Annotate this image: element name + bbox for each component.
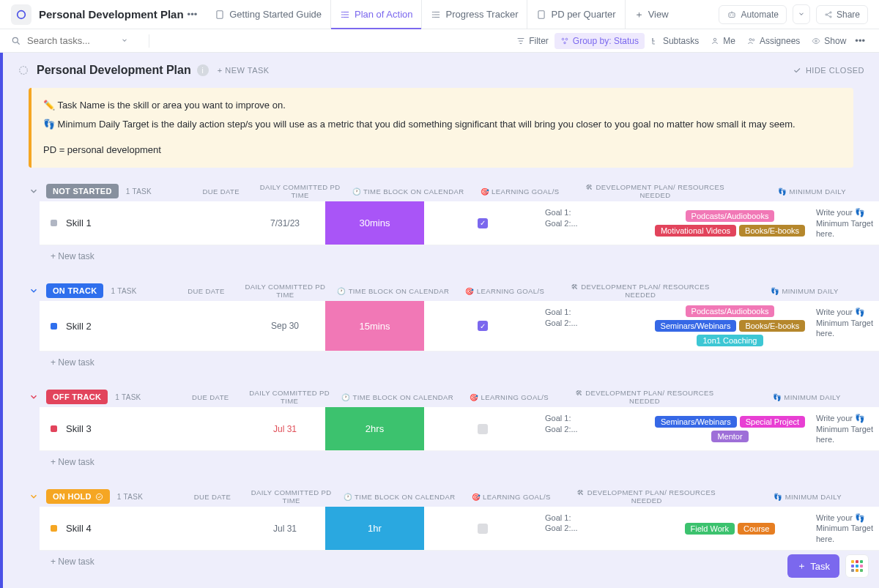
status-pill[interactable]: ON HOLD bbox=[46, 489, 110, 504]
calendar-cell[interactable] bbox=[424, 407, 541, 450]
group-collapse-chevron[interactable] bbox=[29, 491, 40, 502]
resource-tag[interactable]: Books/E-books bbox=[739, 225, 805, 237]
plan-cell[interactable]: Podcasts/AudiobooksSeminars/WebinarsBook… bbox=[648, 301, 812, 351]
col-header-calendar[interactable]: 🕐 TIME BLOCK ON CALENDAR bbox=[349, 183, 467, 199]
status-pill[interactable]: ON TRACK bbox=[46, 283, 103, 298]
toolbar-more[interactable]: ••• bbox=[852, 32, 868, 49]
col-header-goals[interactable]: 🎯 LEARNING GOAL/S bbox=[452, 283, 558, 299]
time-cell[interactable]: 2hrs bbox=[325, 407, 424, 450]
goals-cell[interactable]: Goal 1:Goal 2:... bbox=[541, 301, 648, 351]
subtasks-button[interactable]: Subtasks bbox=[645, 33, 705, 49]
new-task-button[interactable]: + New task bbox=[3, 451, 879, 473]
tab-getting-started[interactable]: Getting Started Guide bbox=[206, 0, 331, 29]
plan-cell[interactable]: Podcasts/AudiobooksMotivational VideosBo… bbox=[648, 201, 812, 245]
col-header-time[interactable]: DAILY COMMITTED PD TIME bbox=[236, 283, 335, 299]
goals-cell[interactable]: Goal 1:Goal 2:... bbox=[541, 407, 648, 450]
checkbox[interactable] bbox=[478, 524, 488, 534]
calendar-cell[interactable]: ✓ bbox=[424, 201, 541, 245]
task-name-cell[interactable]: Skill 2 bbox=[40, 301, 245, 351]
col-header-goals[interactable]: 🎯 LEARNING GOAL/S bbox=[456, 389, 563, 405]
due-date-cell[interactable]: Jul 31 bbox=[245, 407, 325, 450]
task-row[interactable]: Skill 3 Jul 31 2hrs Goal 1:Goal 2:... Se… bbox=[40, 407, 879, 451]
tab-pd-per-quarter[interactable]: PD per Quarter bbox=[527, 0, 625, 29]
min-target-cell[interactable]: Write your 👣 Minimum Target here. bbox=[812, 201, 879, 245]
new-task-fab[interactable]: ＋ Task bbox=[787, 554, 839, 578]
new-task-button[interactable]: + New task bbox=[3, 551, 879, 573]
hide-closed-button[interactable]: HIDE CLOSED bbox=[793, 66, 864, 75]
automate-button[interactable]: Automate bbox=[719, 5, 787, 24]
resource-tag[interactable]: Field Work bbox=[685, 523, 735, 535]
col-header-min[interactable]: 👣 MINIMUM DAILY bbox=[723, 283, 879, 299]
task-row[interactable]: Skill 2 Sep 30 15mins ✓ Goal 1:Goal 2:..… bbox=[40, 301, 879, 351]
assignees-button[interactable]: Assignees bbox=[741, 33, 806, 49]
resource-tag[interactable]: Books/E-books bbox=[739, 320, 805, 332]
col-header-due[interactable]: DUE DATE bbox=[141, 389, 240, 405]
min-target-cell[interactable]: Write your 👣 Minimum Target here. bbox=[812, 407, 879, 450]
col-header-goals[interactable]: 🎯 LEARNING GOAL/S bbox=[458, 488, 564, 505]
search-input[interactable] bbox=[27, 35, 115, 46]
checkbox[interactable] bbox=[478, 424, 488, 434]
col-header-calendar[interactable]: 🕐 TIME BLOCK ON CALENDAR bbox=[335, 283, 452, 299]
status-pill[interactable]: OFF TRACK bbox=[46, 390, 108, 404]
new-task-header-button[interactable]: + NEW TASK bbox=[218, 66, 270, 75]
time-cell[interactable]: 15mins bbox=[325, 301, 424, 351]
status-pill[interactable]: NOT STARTED bbox=[46, 184, 119, 198]
time-cell[interactable]: 1hr bbox=[325, 507, 424, 550]
resource-tag[interactable]: Seminars/Webinars bbox=[655, 416, 737, 428]
show-button[interactable]: Show bbox=[806, 33, 852, 49]
new-task-button[interactable]: + New task bbox=[3, 245, 879, 267]
resource-tag[interactable]: Seminars/Webinars bbox=[655, 320, 737, 332]
due-date-cell[interactable]: Jul 31 bbox=[245, 507, 325, 550]
col-header-min[interactable]: 👣 MINIMUM DAILY bbox=[727, 389, 879, 405]
me-button[interactable]: Me bbox=[705, 33, 741, 49]
resource-tag[interactable]: Special Project bbox=[740, 416, 805, 428]
col-header-min[interactable]: 👣 MINIMUM DAILY bbox=[738, 183, 879, 199]
status-square-icon[interactable] bbox=[51, 323, 57, 330]
resource-tag[interactable]: Podcasts/Audiobooks bbox=[686, 210, 775, 222]
doc-more-icon[interactable]: ••• bbox=[188, 9, 198, 20]
tab-add-view[interactable]: ＋ View bbox=[626, 0, 678, 29]
goals-cell[interactable]: Goal 1:Goal 2:... bbox=[541, 507, 648, 550]
status-square-icon[interactable] bbox=[51, 220, 57, 226]
status-circle-icon[interactable] bbox=[18, 64, 29, 76]
min-target-cell[interactable]: Write your 👣 Minimum Target here. bbox=[812, 507, 879, 550]
group-collapse-chevron[interactable] bbox=[29, 285, 40, 297]
resource-tag[interactable]: Motivational Videos bbox=[655, 225, 736, 237]
filter-button[interactable]: Filter bbox=[511, 33, 555, 49]
due-date-cell[interactable]: 7/31/23 bbox=[245, 201, 325, 245]
task-row[interactable]: Skill 4 Jul 31 1hr Goal 1:Goal 2:... Fie… bbox=[40, 507, 879, 551]
calendar-cell[interactable] bbox=[424, 507, 541, 550]
group-by-button[interactable]: Group by: Status bbox=[555, 33, 645, 49]
min-target-cell[interactable]: Write your 👣 Minimum Target here. bbox=[812, 301, 879, 351]
group-collapse-chevron[interactable] bbox=[29, 391, 40, 403]
apps-fab[interactable] bbox=[845, 554, 869, 578]
tab-progress-tracker[interactable]: Progress Tracker bbox=[422, 0, 527, 29]
col-header-plan[interactable]: 🛠 DEVELOPMENT PLAN/ RESOURCES NEEDED bbox=[564, 488, 729, 505]
resource-tag[interactable]: Podcasts/Audiobooks bbox=[686, 305, 775, 317]
tab-plan-of-action[interactable]: Plan of Action bbox=[331, 0, 423, 29]
due-date-cell[interactable]: Sep 30 bbox=[245, 301, 325, 351]
col-header-min[interactable]: 👣 MINIMUM DAILY bbox=[729, 488, 879, 505]
checkbox[interactable]: ✓ bbox=[478, 321, 488, 331]
search-chevron[interactable] bbox=[121, 35, 128, 46]
col-header-calendar[interactable]: 🕐 TIME BLOCK ON CALENDAR bbox=[339, 389, 456, 405]
new-task-button[interactable]: + New task bbox=[3, 351, 879, 373]
col-header-calendar[interactable]: 🕐 TIME BLOCK ON CALENDAR bbox=[341, 488, 458, 505]
checkbox[interactable]: ✓ bbox=[478, 218, 488, 228]
col-header-due[interactable]: DUE DATE bbox=[137, 283, 236, 299]
task-name-cell[interactable]: Skill 1 bbox=[40, 201, 245, 245]
task-name-cell[interactable]: Skill 3 bbox=[40, 407, 245, 450]
col-header-time[interactable]: DAILY COMMITTED PD TIME bbox=[251, 183, 349, 199]
col-header-time[interactable]: DAILY COMMITTED PD TIME bbox=[240, 389, 339, 405]
plan-cell[interactable]: Field WorkCourse bbox=[648, 507, 812, 550]
time-cell[interactable]: 30mins bbox=[325, 201, 424, 245]
col-header-time[interactable]: DAILY COMMITTED PD TIME bbox=[242, 488, 341, 505]
status-square-icon[interactable] bbox=[51, 425, 57, 432]
resource-tag[interactable]: Mentor bbox=[711, 431, 748, 442]
status-square-icon[interactable] bbox=[51, 525, 57, 532]
info-icon[interactable]: i bbox=[197, 64, 209, 76]
task-name-cell[interactable]: Skill 4 bbox=[40, 507, 245, 550]
resource-tag[interactable]: Course bbox=[738, 523, 775, 535]
col-header-due[interactable]: DUE DATE bbox=[152, 183, 251, 199]
task-row[interactable]: Skill 1 7/31/23 30mins ✓ Goal 1:Goal 2:.… bbox=[40, 201, 879, 245]
